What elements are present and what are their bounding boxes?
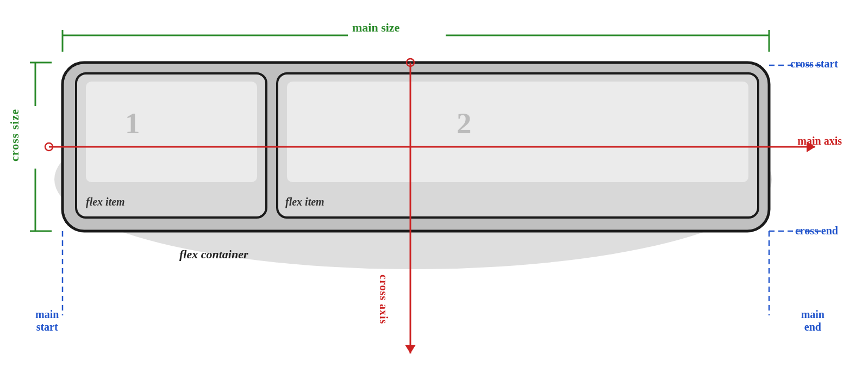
flex-item-2-label: flex item <box>285 196 324 208</box>
svg-rect-3 <box>86 82 257 182</box>
cross-end-label: cross end <box>795 225 838 237</box>
cross-size-label: cross size <box>8 109 22 162</box>
svg-marker-11 <box>405 345 416 353</box>
main-size-label: main size <box>352 21 399 35</box>
main-start-label: main start <box>35 308 59 333</box>
item-1-number: 1 <box>125 106 140 140</box>
main-axis-label: main axis <box>797 135 842 147</box>
svg-rect-5 <box>287 82 748 182</box>
diagram-wrapper: main size cross size cross start cross e… <box>0 0 868 385</box>
main-diagram-svg <box>0 0 868 385</box>
flex-item-1-label: flex item <box>86 196 125 208</box>
cross-start-label: cross start <box>790 58 838 70</box>
main-end-label: main end <box>801 308 825 333</box>
item-2-number: 2 <box>457 106 472 140</box>
flex-container-label: flex container <box>179 247 248 262</box>
cross-axis-label: cross axis <box>377 275 390 324</box>
